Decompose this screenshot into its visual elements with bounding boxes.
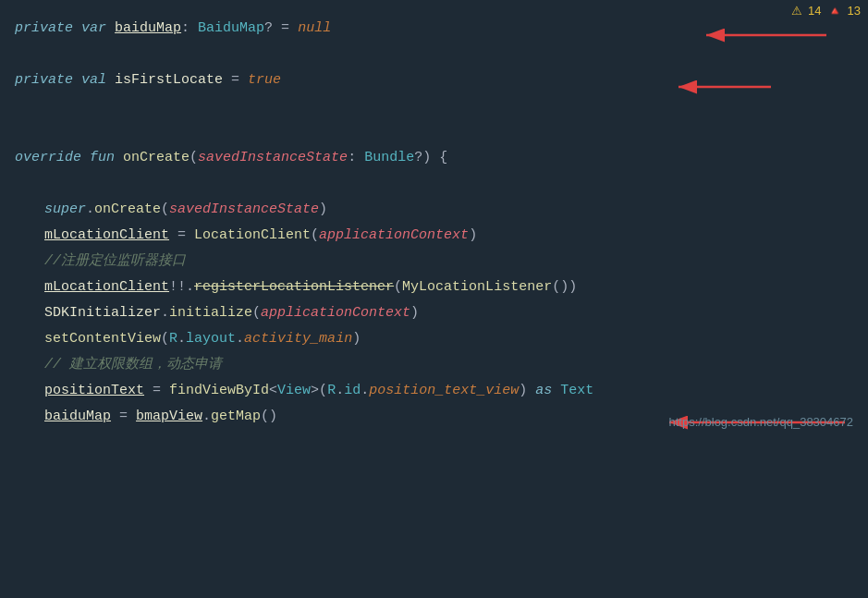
- code-token: >(: [311, 379, 327, 403]
- code-token: =: [111, 405, 136, 429]
- code-token: savedInstanceState: [169, 198, 319, 222]
- code-token: applicationContext: [261, 301, 410, 325]
- code-token: onCreate: [123, 146, 189, 170]
- code-token: ): [519, 379, 535, 403]
- code-token: MyLocationListener: [402, 275, 552, 299]
- code-token: var: [81, 17, 106, 41]
- code-line-empty3: [0, 120, 868, 146]
- code-token: layout: [186, 327, 236, 351]
- code-token: isFirstLocate: [115, 68, 223, 92]
- code-token: =: [144, 379, 169, 403]
- footer-url: https://blog.csdn.net/qq_38304672: [669, 415, 854, 429]
- code-line-9: setContentView ( R . layout . activity_m…: [0, 327, 868, 353]
- code-token: :: [181, 17, 198, 41]
- code-token: =: [169, 224, 194, 248]
- code-token: [81, 146, 90, 170]
- code-token: [552, 379, 560, 403]
- code-token: .: [202, 405, 211, 429]
- code-token: BaiduMap: [198, 17, 264, 41]
- code-token: fun: [90, 146, 115, 170]
- code-token: .: [361, 379, 369, 403]
- code-token: (: [189, 146, 198, 170]
- code-token: (): [261, 405, 277, 429]
- code-token: ): [469, 224, 477, 248]
- code-line-4: super . onCreate ( savedInstanceState ): [0, 198, 868, 224]
- code-token: id: [344, 379, 361, 403]
- code-token: ): [410, 301, 419, 325]
- code-token: (: [311, 224, 319, 248]
- code-token: R: [169, 327, 177, 351]
- code-line-10: // 建立权限数组，动态申请: [0, 353, 868, 379]
- code-token: mLocationClient: [44, 275, 169, 299]
- code-token: (: [252, 301, 261, 325]
- code-token: positionText: [44, 379, 144, 403]
- code-token: onCreate: [94, 198, 161, 222]
- code-token: //注册定位监听器接口: [44, 250, 186, 274]
- code-token: baiduMap: [44, 405, 111, 429]
- code-token: null: [298, 17, 331, 41]
- code-token: [73, 68, 81, 92]
- code-token: findViewById: [169, 379, 269, 403]
- code-token: ): [352, 327, 361, 351]
- code-line-6: //注册定位监听器接口: [0, 250, 868, 275]
- code-token: .: [336, 379, 344, 403]
- code-token: .: [86, 198, 94, 222]
- code-line-2: private val isFirstLocate = true: [0, 68, 868, 94]
- code-token: baiduMap: [115, 17, 181, 41]
- code-token: registerLocationListener: [194, 275, 394, 299]
- code-token: setContentView: [44, 327, 161, 351]
- code-token: ()): [552, 275, 577, 299]
- code-token: .: [236, 327, 244, 351]
- code-token: mLocationClient: [44, 224, 169, 248]
- code-token: private: [15, 17, 73, 41]
- code-line-5: mLocationClient = LocationClient ( appli…: [0, 224, 868, 250]
- code-token: :: [348, 146, 364, 170]
- arrow-2: [674, 74, 776, 100]
- code-token: !!.: [169, 275, 194, 299]
- code-token: as: [535, 379, 552, 403]
- code-token: override: [15, 146, 81, 170]
- code-token: (: [161, 198, 169, 222]
- code-token: (: [161, 327, 169, 351]
- code-token: position_text_view: [369, 379, 519, 403]
- code-token: true: [248, 68, 281, 92]
- code-line-7: mLocationClient !!. registerLocationList…: [0, 275, 868, 301]
- code-editor: ⚠ 14 🔺 13 private var baiduMap : BaiduMa…: [0, 0, 868, 440]
- arrow-1: [702, 22, 831, 48]
- code-token: ?) {: [414, 146, 447, 170]
- code-token: R: [327, 379, 336, 403]
- code-token: SDKInitializer: [44, 301, 161, 325]
- code-line-1: private var baiduMap : BaiduMap ? = null: [0, 17, 868, 43]
- code-token: // 建立权限数组，动态申请: [44, 353, 222, 377]
- code-token: .: [161, 301, 169, 325]
- code-token: .: [177, 327, 186, 351]
- code-token: val: [81, 68, 106, 92]
- code-line-11: positionText = findViewById < View >( R …: [0, 379, 868, 405]
- code-token: bmapView: [136, 405, 202, 429]
- code-token: private: [15, 68, 73, 92]
- code-token: (: [394, 275, 402, 299]
- code-lines: private var baiduMap : BaiduMap ? = null: [0, 7, 868, 440]
- code-token: [73, 17, 81, 41]
- code-token: <: [269, 379, 277, 403]
- code-token: [115, 146, 123, 170]
- code-token: initialize: [169, 301, 252, 325]
- code-token: Text: [560, 379, 593, 403]
- code-token: View: [277, 379, 311, 403]
- code-token: super: [44, 198, 86, 222]
- code-line-8: SDKInitializer . initialize ( applicatio…: [0, 301, 868, 327]
- code-token: [106, 17, 115, 41]
- code-token: LocationClient: [194, 224, 311, 248]
- code-line-3: override fun onCreate ( savedInstanceSta…: [0, 146, 868, 172]
- code-token: Bundle: [364, 146, 414, 170]
- code-token: savedInstanceState: [198, 146, 348, 170]
- code-token: ? =: [264, 17, 298, 41]
- code-line-empty4: [0, 172, 868, 198]
- code-token: [106, 68, 115, 92]
- code-token: getMap: [211, 405, 261, 429]
- code-token: ): [319, 198, 327, 222]
- code-token: activity_main: [244, 327, 352, 351]
- code-token: =: [223, 68, 248, 92]
- code-token: applicationContext: [319, 224, 469, 248]
